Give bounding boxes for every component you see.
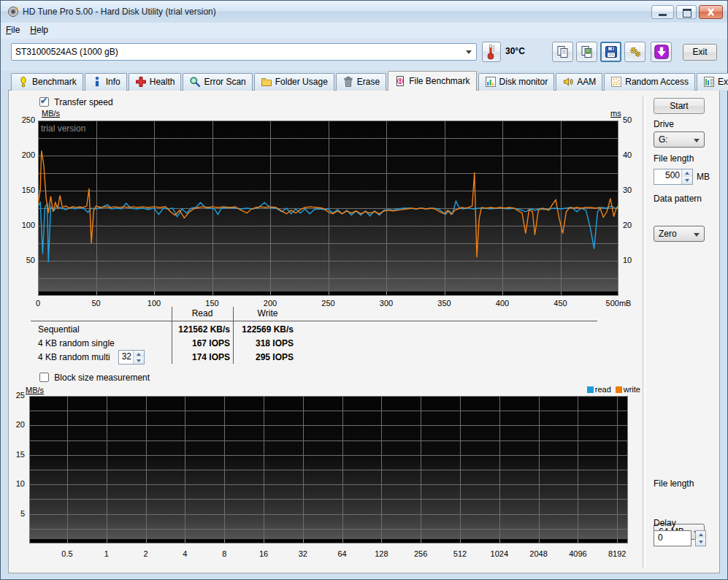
tick-label: 16 bbox=[242, 549, 286, 558]
toolbar-buttons bbox=[552, 39, 676, 65]
tab-folder-usage[interactable]: Folder Usage bbox=[254, 73, 334, 91]
block-size-checkbox[interactable]: Block size measurement bbox=[39, 373, 150, 384]
tab-strip: BenchmarkInfoHealthError ScanFolder Usag… bbox=[11, 71, 728, 91]
delay-stepper[interactable] bbox=[695, 530, 706, 546]
tick-label: 32 bbox=[281, 549, 325, 558]
tab-random-access[interactable]: Random Access bbox=[604, 73, 695, 91]
temperature-button[interactable] bbox=[482, 42, 501, 62]
tick-label: 30 bbox=[623, 186, 645, 194]
copy-image-button[interactable] bbox=[576, 42, 597, 62]
options-button[interactable] bbox=[624, 42, 645, 62]
drive-label: Drive bbox=[654, 119, 674, 129]
options-icon bbox=[628, 45, 643, 59]
disk-monitor-icon bbox=[485, 76, 497, 88]
result-write-value: 318 IOPS bbox=[239, 338, 294, 348]
data-pattern-value: Zero bbox=[659, 229, 677, 239]
minimize-icon bbox=[659, 14, 667, 16]
drive-select[interactable]: ST31000524AS (1000 gB) bbox=[11, 43, 477, 61]
tick-label: 10 bbox=[9, 479, 25, 488]
tick-label: 250 bbox=[13, 115, 35, 124]
benchmark-icon bbox=[18, 76, 29, 88]
tick-label: 1 bbox=[85, 549, 129, 558]
erase-icon bbox=[342, 76, 354, 88]
tab-extra-tests[interactable]: Extra tests bbox=[697, 73, 728, 91]
tick-label: 100 bbox=[132, 299, 176, 308]
delay-input[interactable]: 0 bbox=[654, 530, 691, 546]
chevron-down-icon bbox=[694, 233, 700, 237]
tick-label: 500mB bbox=[597, 299, 640, 308]
legend-swatch-icon bbox=[587, 386, 594, 393]
close-button[interactable] bbox=[699, 5, 723, 19]
tick-label: 10 bbox=[623, 256, 645, 264]
app-icon bbox=[7, 6, 19, 20]
start-button[interactable]: Start bbox=[654, 98, 705, 114]
aam-icon bbox=[562, 76, 574, 88]
tick-label: 256 bbox=[399, 549, 442, 558]
panel-divider bbox=[643, 96, 645, 568]
titlebar: HD Tune Pro 5.00 - Hard Disk Utility (tr… bbox=[1, 1, 727, 23]
tab-file-benchmark[interactable]: File Benchmark bbox=[388, 71, 476, 91]
trial-watermark: trial version bbox=[41, 123, 85, 134]
tick-label: 50 bbox=[623, 115, 645, 124]
tick-label: 40 bbox=[623, 150, 645, 159]
transfer-speed-checkbox[interactable]: ✔ Transfer speed bbox=[39, 97, 113, 109]
delay-label: Delay bbox=[654, 518, 676, 528]
menu-item-help[interactable]: Help bbox=[25, 23, 53, 37]
tick-label: 350 bbox=[423, 299, 467, 308]
exit-button[interactable]: Exit bbox=[683, 44, 717, 61]
result-write-value: 122569 KB/s bbox=[239, 324, 294, 335]
tick-label: 64 bbox=[321, 549, 364, 558]
target-drive-select[interactable]: G: bbox=[654, 131, 705, 148]
tick-label: 0 bbox=[16, 299, 60, 308]
tick-label: 8192 bbox=[595, 549, 639, 558]
menubar: FileHelp bbox=[1, 23, 727, 39]
tab-health[interactable]: Health bbox=[129, 73, 182, 91]
file-length-stepper[interactable]: 500 bbox=[654, 169, 693, 185]
tick-label: 50 bbox=[13, 256, 35, 264]
tick-label: 150 bbox=[191, 299, 234, 308]
copy-button[interactable] bbox=[552, 42, 573, 62]
stepper-down-icon[interactable] bbox=[682, 177, 692, 184]
tab-aam[interactable]: AAM bbox=[556, 73, 602, 91]
save-button[interactable] bbox=[600, 42, 621, 62]
thermometer-icon bbox=[486, 43, 497, 61]
legend-item-write: write bbox=[616, 385, 640, 394]
tab-disk-monitor[interactable]: Disk monitor bbox=[478, 73, 555, 91]
tick-label: 4096 bbox=[556, 549, 599, 558]
chevron-down-icon bbox=[694, 139, 700, 142]
minimize-button[interactable] bbox=[651, 5, 674, 19]
tick-label: 300 bbox=[364, 299, 408, 308]
tick-label: 20 bbox=[623, 221, 645, 229]
stepper-up-icon[interactable] bbox=[696, 531, 705, 538]
stepper-down-icon[interactable] bbox=[696, 538, 705, 546]
stepper-up-icon[interactable] bbox=[682, 169, 692, 177]
tick-label: 0.5 bbox=[45, 549, 89, 558]
menu-item-file[interactable]: File bbox=[1, 23, 25, 37]
toolbar: ST31000524AS (1000 gB) 30°C Exit bbox=[1, 39, 727, 71]
download-button[interactable] bbox=[651, 42, 672, 62]
legend-swatch-icon bbox=[616, 386, 622, 393]
copy-image-icon bbox=[580, 45, 594, 59]
tab-benchmark[interactable]: Benchmark bbox=[11, 73, 83, 91]
series-read bbox=[38, 201, 618, 262]
write-column-header: Write bbox=[233, 308, 302, 318]
window-title: HD Tune Pro 5.00 - Hard Disk Utility (tr… bbox=[23, 1, 216, 23]
chart-legend: readwrite bbox=[545, 385, 640, 394]
health-icon bbox=[135, 76, 147, 88]
tab-info[interactable]: Info bbox=[85, 73, 127, 91]
result-write-value: 295 IOPS bbox=[239, 352, 294, 362]
tick-label: 8 bbox=[202, 549, 246, 558]
tick-label: 25 bbox=[9, 391, 25, 400]
tab-erase[interactable]: Erase bbox=[336, 73, 386, 91]
data-pattern-select[interactable]: Zero bbox=[654, 226, 705, 242]
checkbox-icon bbox=[39, 373, 49, 382]
maximize-button[interactable] bbox=[676, 5, 697, 19]
transfer-speed-label: Transfer speed bbox=[54, 97, 112, 107]
tick-label: 100 bbox=[13, 221, 35, 229]
tab-error-scan[interactable]: Error Scan bbox=[183, 73, 252, 91]
tick-label: 5 bbox=[9, 509, 25, 518]
download-icon bbox=[654, 45, 669, 59]
checkbox-icon: ✔ bbox=[39, 97, 49, 107]
tick-label: 20 bbox=[9, 420, 25, 429]
close-icon bbox=[700, 6, 722, 18]
